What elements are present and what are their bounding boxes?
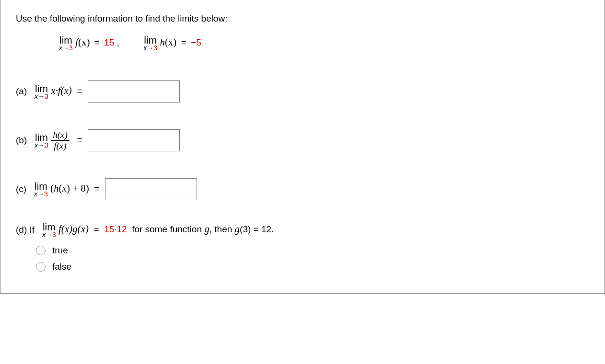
part-a: (a) lim x→3 x·f(x) = [16, 80, 589, 102]
prompt-text: Use the following information to find th… [16, 13, 589, 24]
part-b-lim: lim x→3 [35, 132, 48, 149]
part-b-fraction: h(x) f(x) [51, 130, 70, 151]
part-b: (b) lim x→3 h(x) f(x) = [16, 129, 589, 151]
answer-input-a[interactable] [88, 80, 180, 102]
part-a-lim: lim x→3 [35, 83, 48, 100]
part-d-lim: lim x→3 [42, 221, 56, 239]
given-limits: lim x→3 f(x) = 15 , lim x→3 h(x) = −5 [59, 34, 589, 52]
radio-label-false: false [52, 262, 71, 272]
part-c-lim: lim x→3 [34, 181, 48, 198]
given-h-value: −5 [191, 37, 201, 47]
problem-container: Use the following information to find th… [0, 0, 605, 294]
answer-input-c[interactable] [105, 178, 197, 200]
given-lim-f: lim x→3 [59, 34, 73, 52]
radio-label-true: true [52, 245, 68, 256]
part-d: (d) If lim x→3 f(x)g(x) = 15·12 for some… [16, 221, 589, 239]
part-d-options: true false [36, 245, 589, 272]
part-d-product: 15·12 [104, 224, 127, 234]
radio-option-true: true [36, 245, 589, 256]
given-lim-h: lim x→3 [143, 34, 157, 52]
radio-true[interactable] [36, 246, 46, 255]
part-c: (c) lim x→3 (h(x) + 8) = [16, 178, 589, 200]
radio-false[interactable] [36, 262, 46, 272]
answer-input-b[interactable] [88, 129, 180, 151]
radio-option-false: false [36, 262, 589, 272]
given-f-value: 15 [104, 37, 114, 47]
